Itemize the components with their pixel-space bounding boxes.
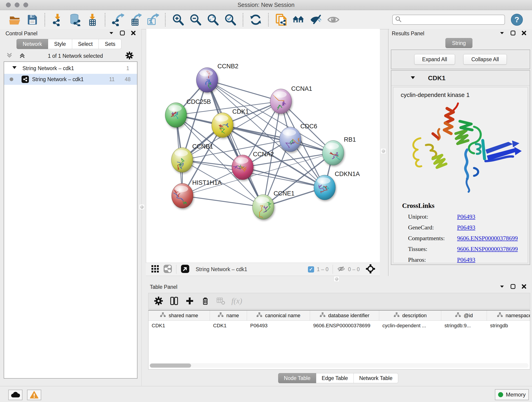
delete-column-trash-icon[interactable] bbox=[200, 296, 210, 306]
right-splitter-handle[interactable] bbox=[381, 148, 386, 153]
search-input[interactable] bbox=[402, 17, 502, 23]
zoom-selected-button[interactable] bbox=[223, 13, 237, 27]
export-image-button[interactable] bbox=[146, 13, 160, 27]
crosslink-value-link[interactable]: P06493 bbox=[457, 256, 475, 263]
panel-float-icon[interactable] bbox=[510, 283, 516, 290]
zoom-in-button[interactable] bbox=[171, 13, 185, 27]
import-database-button[interactable] bbox=[68, 13, 82, 27]
panel-float-icon[interactable] bbox=[510, 30, 516, 37]
export-table-button[interactable] bbox=[128, 13, 142, 27]
hidden-eye-icon[interactable] bbox=[337, 265, 345, 274]
column-header-canonical-name[interactable]: canonical name bbox=[247, 311, 310, 320]
bottom-splitter-handle[interactable] bbox=[334, 276, 339, 281]
copy-network-button[interactable] bbox=[274, 13, 288, 27]
table-cell[interactable]: stringdb bbox=[487, 321, 530, 331]
maximize-window-button[interactable] bbox=[23, 2, 28, 7]
column-header-name[interactable]: name bbox=[210, 311, 247, 320]
table-cell[interactable]: CDK1 bbox=[210, 321, 247, 331]
node-RB1[interactable]: RB1 bbox=[322, 136, 356, 165]
table-cell[interactable]: cyclin-dependent ... bbox=[379, 321, 441, 331]
left-splitter-handle[interactable] bbox=[139, 204, 144, 210]
column-header-description[interactable]: description bbox=[379, 311, 441, 320]
node-CCNE1[interactable]: CCNE1 bbox=[253, 190, 295, 219]
column-header-namespace[interactable]: namespace bbox=[487, 311, 530, 320]
minimize-window-button[interactable] bbox=[15, 2, 19, 7]
tab-string[interactable]: String bbox=[445, 38, 472, 48]
node-table[interactable]: shared namenamecanonical namedatabase id… bbox=[148, 310, 530, 370]
table-cell[interactable]: CDK1 bbox=[148, 321, 210, 331]
warning-button[interactable] bbox=[27, 390, 41, 400]
close-window-button[interactable] bbox=[6, 2, 11, 7]
panel-close-icon[interactable] bbox=[521, 30, 527, 37]
tab-edge-table[interactable]: Edge Table bbox=[316, 373, 354, 383]
panel-menu-icon[interactable] bbox=[108, 30, 114, 37]
tab-network-table[interactable]: Network Table bbox=[354, 373, 398, 383]
column-header-database-identifier[interactable]: database identifier bbox=[310, 311, 379, 320]
selected-nodes-checkbox[interactable]: ✓ bbox=[308, 266, 314, 273]
crosslink-value-link[interactable]: 9606.ENSP00000378699 bbox=[457, 235, 518, 242]
gene-header-row[interactable]: CDK1 bbox=[391, 70, 530, 86]
gene-collapse-icon[interactable] bbox=[410, 75, 416, 81]
network-options-gear-icon[interactable] bbox=[125, 51, 134, 61]
open-button[interactable] bbox=[7, 13, 22, 27]
birds-eye-toggle-icon[interactable] bbox=[366, 264, 375, 274]
detach-view-icon[interactable] bbox=[181, 264, 190, 274]
node-CCNA1[interactable]: CCNA1 bbox=[270, 85, 312, 114]
tab-node-table[interactable]: Node Table bbox=[278, 373, 316, 383]
collapse-all-button[interactable]: Collapse All bbox=[463, 54, 507, 65]
column-header-shared-name[interactable]: shared name bbox=[148, 311, 210, 320]
tree-expand-icon[interactable] bbox=[12, 65, 17, 71]
zoom-fit-button[interactable] bbox=[206, 13, 220, 27]
panel-float-icon[interactable] bbox=[119, 30, 125, 37]
collapse-all-icon[interactable] bbox=[6, 52, 13, 60]
show-eye-button[interactable] bbox=[326, 13, 341, 27]
show-columns-icon[interactable] bbox=[169, 296, 179, 306]
column-header-@id[interactable]: @id bbox=[441, 311, 487, 320]
edge-HIST1H1A-CCNE1[interactable] bbox=[182, 196, 263, 207]
tab-sets[interactable]: Sets bbox=[99, 39, 121, 49]
save-button[interactable] bbox=[25, 13, 39, 27]
expand-all-button[interactable]: Expand All bbox=[414, 54, 455, 65]
search-box[interactable] bbox=[392, 15, 505, 25]
panel-close-icon[interactable] bbox=[130, 30, 136, 37]
crosslink-value-link[interactable]: 9606.ENSP00000378699 bbox=[457, 246, 518, 253]
edge-CCNB2-CCNE1[interactable] bbox=[207, 80, 263, 207]
grid-view-icon[interactable] bbox=[151, 265, 159, 274]
node-CCNB2[interactable]: CCNB2 bbox=[196, 63, 239, 92]
table-cell[interactable]: P06493 bbox=[247, 321, 310, 331]
node-HIST1H1A[interactable]: HIST1H1A bbox=[172, 179, 222, 208]
expand-all-icon[interactable] bbox=[19, 52, 26, 60]
network-collection-row[interactable]: String Network – cdk1 1 bbox=[4, 63, 137, 74]
network-row-selected[interactable]: String Network – cdk1 11 48 bbox=[4, 74, 137, 85]
import-table-button[interactable] bbox=[85, 13, 99, 27]
table-options-gear-icon[interactable] bbox=[153, 296, 164, 306]
refresh-button[interactable] bbox=[249, 13, 263, 27]
network-share-view-icon[interactable] bbox=[163, 264, 172, 274]
memory-button[interactable]: Memory bbox=[495, 389, 529, 400]
tab-select[interactable]: Select bbox=[72, 39, 99, 49]
help-button[interactable]: ? bbox=[511, 14, 523, 26]
edge-CCNB2-CCNA1[interactable] bbox=[207, 80, 281, 101]
crosslink-value-link[interactable]: P06493 bbox=[457, 213, 475, 220]
table-row[interactable]: CDK1CDK1P064939606.ENSP00000378699cyclin… bbox=[148, 321, 530, 331]
node-CDKN1A[interactable]: CDKN1A bbox=[314, 171, 360, 200]
horizontal-scrollbar[interactable] bbox=[149, 363, 529, 368]
panel-close-icon[interactable] bbox=[521, 283, 527, 290]
tab-network[interactable]: Network bbox=[17, 39, 48, 49]
scrollbar-thumb[interactable] bbox=[150, 364, 191, 368]
panel-menu-icon[interactable] bbox=[499, 30, 505, 37]
node-CDK1[interactable]: CDK1 bbox=[212, 108, 249, 138]
zoom-out-button[interactable] bbox=[188, 13, 203, 27]
tab-style[interactable]: Style bbox=[48, 39, 72, 49]
network-canvas[interactable]: CCNB2CCNA1CDC25BCDK1CDC6RB1CCNB1CCNA2CDK… bbox=[146, 29, 380, 263]
table-cell[interactable]: stringdb:9... bbox=[441, 321, 487, 331]
crosslink-value-link[interactable]: P06493 bbox=[457, 224, 475, 231]
create-column-icon[interactable] bbox=[185, 296, 195, 306]
import-network-button[interactable] bbox=[51, 13, 65, 27]
hide-eye-button[interactable] bbox=[309, 13, 323, 27]
cloud-button[interactable] bbox=[8, 390, 22, 400]
panel-menu-icon[interactable] bbox=[499, 283, 505, 290]
export-network-button[interactable] bbox=[111, 13, 125, 27]
table-cell[interactable]: 9606.ENSP00000378699 bbox=[310, 321, 379, 331]
node-CDC25B[interactable]: CDC25B bbox=[165, 98, 211, 128]
